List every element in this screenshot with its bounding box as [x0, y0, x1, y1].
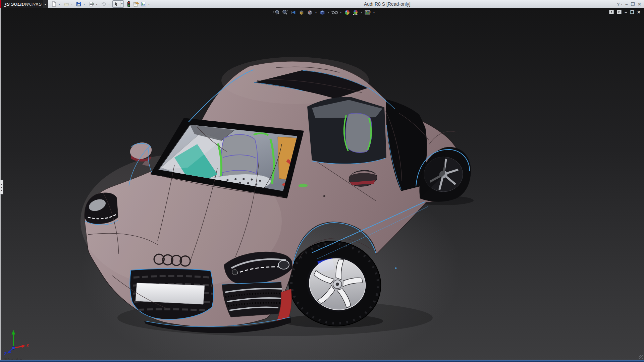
window-controls: ? ▾ – ❐ ✕	[617, 0, 641, 8]
z-axis-label: Z	[4, 352, 7, 356]
view-orientation-button[interactable]	[306, 9, 314, 16]
graphics-viewport[interactable]: ▾ ▾ ▾	[0, 8, 644, 362]
titlebar: ƷS SOLID WORKS ▸ ▾ ▾	[0, 0, 644, 8]
print-button[interactable]	[88, 0, 95, 8]
save-button[interactable]	[75, 0, 83, 8]
doc-restore-button[interactable]: ❐	[630, 10, 634, 15]
file-properties-icon	[133, 1, 139, 7]
restore-button[interactable]: ❐	[631, 2, 635, 7]
print-icon	[89, 1, 94, 7]
previous-view-icon	[290, 9, 296, 15]
select-dropdown-caret[interactable]: ▾	[120, 1, 123, 7]
logo-text-solid: SOLID	[11, 2, 25, 7]
solidworks-window: ƷS SOLID WORKS ▸ ▾ ▾	[0, 0, 644, 362]
display-style-button[interactable]	[318, 9, 326, 16]
hide-show-items-caret[interactable]: ▾	[339, 11, 342, 14]
front-grille[interactable]	[130, 269, 213, 319]
collapse-arrow-icon: ◂	[1, 186, 2, 189]
flyout-arrow-icon: ▸	[45, 3, 46, 6]
zoom-to-fit-button[interactable]	[272, 9, 280, 16]
model-audi-r8[interactable]	[0, 8, 644, 362]
feature-panel-expand-tab[interactable]: ◂ ◂ ◂	[0, 180, 3, 194]
y-axis-arrow	[12, 330, 15, 335]
view-orientation-caret[interactable]: ▾	[314, 11, 318, 14]
undo-button[interactable]	[100, 0, 107, 8]
x-axis-label: X	[26, 344, 29, 348]
close-button[interactable]: ✕	[638, 2, 641, 7]
main-toolbar: ▾ ▾ ▾	[50, 0, 152, 8]
menu-flyout-arrow[interactable]: ▸	[43, 0, 48, 8]
section-view-button[interactable]	[298, 9, 305, 16]
resize-grip[interactable]	[639, 355, 643, 359]
options-icon	[141, 1, 146, 7]
doc-minimize-icon: –	[625, 10, 627, 15]
open-dropdown-caret[interactable]: ▾	[70, 3, 73, 6]
display-style-caret[interactable]: ▾	[327, 11, 330, 14]
x-axis-arrow	[21, 345, 25, 348]
edit-appearance-icon	[344, 9, 350, 15]
section-view-icon	[299, 9, 305, 15]
rebuild-button[interactable]	[125, 0, 132, 8]
help-dropdown-caret[interactable]: ▾	[621, 3, 622, 6]
document-window-controls: – ❐ ✕	[609, 10, 641, 15]
zoom-to-area-button[interactable]	[281, 9, 288, 16]
previous-view-button[interactable]	[289, 9, 297, 16]
edit-appearance-button[interactable]	[343, 9, 351, 16]
license-plate	[136, 283, 205, 304]
open-icon	[64, 1, 69, 7]
options-dropdown-caret[interactable]: ▾	[147, 3, 151, 6]
view-settings-button[interactable]	[364, 9, 372, 16]
open-button[interactable]	[63, 0, 70, 8]
save-icon	[76, 1, 82, 7]
logo-3s-glyph: ƷS	[4, 2, 10, 7]
display-style-icon	[319, 9, 325, 15]
minimize-button[interactable]: –	[625, 2, 628, 7]
orientation-triad: X Z	[3, 327, 32, 356]
collapse-arrow-icon: ◂	[1, 189, 2, 192]
hide-show-items-button[interactable]	[331, 9, 338, 16]
apply-scene-button[interactable]	[352, 9, 359, 16]
save-dropdown-caret[interactable]: ▾	[83, 3, 86, 6]
file-properties-button[interactable]	[132, 0, 140, 8]
new-document-icon	[51, 1, 57, 7]
close-icon: ✕	[638, 2, 641, 7]
collapse-arrow-icon: ◂	[1, 183, 2, 186]
doc-close-button[interactable]: ✕	[637, 10, 641, 15]
solidworks-logo: ƷS SOLID WORKS	[0, 0, 43, 8]
restore-icon: ❐	[631, 2, 635, 7]
apply-scene-caret[interactable]: ▾	[360, 11, 363, 14]
passenger-seat	[346, 113, 372, 153]
help-icon: ?	[617, 2, 620, 7]
logo-text-works: WORKS	[25, 2, 42, 7]
options-button[interactable]	[140, 0, 147, 8]
view-orientation-icon	[307, 9, 313, 15]
window-title: Audi R8 S [Read-only]	[364, 1, 411, 7]
show-right-pane-button[interactable]	[617, 10, 622, 15]
view-settings-caret[interactable]: ▾	[372, 11, 376, 14]
side-intake[interactable]	[222, 282, 282, 317]
show-right-pane-icon	[617, 10, 622, 14]
doc-minimize-button[interactable]: –	[625, 10, 627, 15]
triad-origin	[12, 347, 15, 350]
door-lock-pin	[323, 195, 325, 197]
new-document-button[interactable]	[50, 0, 58, 8]
undo-dropdown-caret[interactable]: ▾	[107, 3, 111, 6]
print-dropdown-caret[interactable]: ▾	[95, 3, 98, 6]
show-left-pane-icon	[609, 10, 614, 14]
select-cursor-icon	[114, 2, 119, 7]
taskbar-edge	[0, 360, 644, 362]
select-tool-group: ▾	[112, 0, 124, 8]
apply-scene-icon	[353, 9, 359, 15]
show-left-pane-button[interactable]	[609, 10, 614, 15]
new-dropdown-caret[interactable]: ▾	[58, 3, 61, 6]
view-settings-icon	[365, 9, 371, 15]
select-tool-button[interactable]	[113, 0, 120, 8]
hide-show-items-icon	[331, 9, 338, 15]
side-window[interactable]	[307, 97, 386, 164]
zoom-to-area-icon	[282, 9, 288, 15]
zoom-to-fit-icon	[273, 9, 279, 15]
undo-icon	[101, 1, 106, 7]
help-button[interactable]: ?	[617, 2, 620, 7]
doc-restore-icon: ❐	[630, 10, 634, 15]
rebuild-traffic-light-icon	[127, 1, 131, 7]
